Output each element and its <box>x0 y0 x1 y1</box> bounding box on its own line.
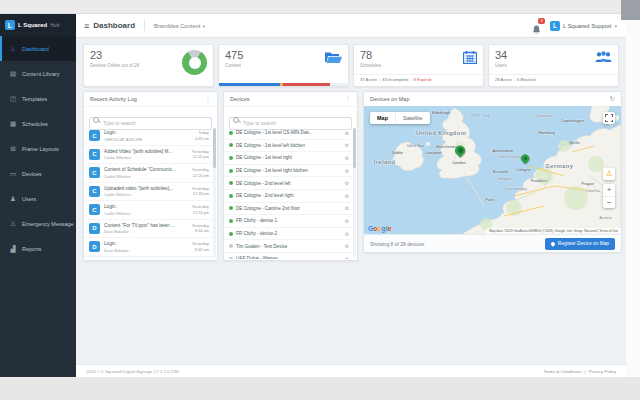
devices-online-donut-chart <box>182 50 207 75</box>
content-library-icon: ▤ <box>9 70 17 78</box>
activity-avatar: C <box>89 130 100 141</box>
sidebar-item-schedules[interactable]: ▦ Schedules <box>0 111 76 136</box>
activity-title: Login. <box>104 130 191 135</box>
activity-user: Dave Bahadur <box>104 229 188 234</box>
topbar: ≡ Dashboard Brambles Content ▾ 3 L L Squ… <box>76 14 626 38</box>
activity-user: Caitlin Wiltshire <box>104 211 188 216</box>
device-row[interactable]: DE Cologne - 1st level right ⚙ <box>224 152 357 165</box>
fullscreen-icon <box>605 114 613 122</box>
stat-card-devices-online: 23 Devices Online out of 28 <box>83 44 214 87</box>
sidebar-item-reports[interactable]: ▟ Reports <box>0 236 76 261</box>
content-count-label: Content <box>225 63 243 68</box>
sidebar-item-emergency-message[interactable]: ⚠ Emergency Message <box>0 211 76 236</box>
frame-layouts-icon: ⊞ <box>9 145 17 153</box>
activity-entry: D Login. Dave Bahadur Yesterday 8:42 am <box>84 238 217 257</box>
device-row[interactable]: DE Cologne - 2nd level right ⚙ <box>224 190 357 203</box>
register-device-button[interactable]: Register Device on Map <box>545 238 615 250</box>
activity-title: Uploaded video "[with subtitles]... <box>104 186 188 191</box>
content-usage-bar <box>219 83 348 86</box>
sidebar-item-dashboard[interactable]: ⌂ Dashboard <box>0 36 76 61</box>
kebab-menu-icon[interactable]: ⋮ <box>205 92 211 106</box>
users-icon <box>595 51 612 63</box>
gear-icon[interactable]: ⚙ <box>345 155 349 161</box>
devices-online-label: Devices Online out of 28 <box>90 63 139 68</box>
terms-link[interactable]: Terms & Conditions <box>543 369 581 374</box>
footer-links-separator: | <box>585 369 586 374</box>
device-row[interactable]: DE Cologne - 2nd level left ⚙ <box>224 177 357 190</box>
activity-entry: C Uploaded video "[with subtitles]... Ca… <box>84 183 217 202</box>
device-row[interactable]: Tim Goalen - Test Device ⚙ <box>224 240 357 253</box>
fullscreen-button[interactable] <box>603 112 615 124</box>
zoom-out-button[interactable]: − <box>603 197 615 209</box>
topbar-divider <box>144 20 145 31</box>
notification-badge: 3 <box>538 18 545 24</box>
stat-card-users: 34 Users 28 Active|6 Blocked <box>488 44 619 87</box>
app-footer: 2019 © L Squared Digital Signage | V 2.1… <box>76 364 626 377</box>
gear-icon[interactable]: ⚙ <box>345 180 349 186</box>
device-row[interactable]: FR Clichy - device 2 ⚙ <box>224 228 357 241</box>
device-status-dot <box>229 194 233 198</box>
stat-footnote-item: 37 Active <box>360 77 377 82</box>
search-icon <box>93 117 99 123</box>
stat-footnote-item: 8 Expired <box>414 77 432 82</box>
device-status-dot <box>229 244 233 248</box>
activity-title: Login. <box>104 241 188 246</box>
privacy-link[interactable]: Privacy Policy <box>589 369 616 374</box>
device-row[interactable]: DE Cologne - 1st level CS-MIN Das... ⚙ <box>224 127 357 140</box>
refresh-icon[interactable]: ↻ <box>610 92 615 106</box>
device-row[interactable]: FR Clichy - device 1 ⚙ <box>224 215 357 228</box>
map-zoom-control: + − <box>603 184 615 208</box>
activity-entry: D Content "For TV.pptx" has been ... Dav… <box>84 220 217 239</box>
gear-icon[interactable]: ⚙ <box>345 142 349 148</box>
device-status-dot <box>229 131 233 135</box>
device-row[interactable]: DE Cologne - Cantine 2nd floor ⚙ <box>224 203 357 216</box>
gear-icon[interactable]: ⚙ <box>345 168 349 174</box>
activity-time: 12:20 pm <box>192 173 209 179</box>
logo-brand: L Squared <box>18 22 47 28</box>
activity-date: Yesterday <box>192 241 209 247</box>
calendar-icon <box>463 51 477 64</box>
notifications-button[interactable]: 3 <box>532 21 541 31</box>
hamburger-icon[interactable]: ≡ <box>84 21 89 31</box>
sidebar-item-label: Frame Layouts <box>22 146 59 152</box>
sidebar-item-content-library[interactable]: ▤ Content Library <box>0 61 76 86</box>
gear-icon[interactable]: ⚙ <box>345 256 349 259</box>
sidebar-item-devices[interactable]: ▭ Devices <box>0 161 76 186</box>
sidebar-item-label: Dashboard <box>22 46 49 52</box>
activity-scrollbar[interactable] <box>213 128 216 257</box>
sidebar-item-frame-layouts[interactable]: ⊞ Frame Layouts <box>0 136 76 161</box>
content-bar-segment <box>330 83 348 86</box>
device-row[interactable]: UAE Dubai - Warren ⚙ <box>224 253 357 259</box>
zoom-in-button[interactable]: + <box>603 184 615 197</box>
context-selector[interactable]: Brambles Content ▾ <box>154 23 205 29</box>
device-status-dot <box>229 206 233 210</box>
stat-card-schedules: 78 Schedules 37 Active|33 Incomplete|8 E… <box>353 44 484 87</box>
device-name: DE Cologne - 2nd level right <box>236 193 342 198</box>
activity-avatar: C <box>89 186 100 197</box>
device-row[interactable]: DE Cologne - 1st level left kitchen ⚙ <box>224 140 357 153</box>
devices-list: DE Cologne - 1st level CS-MIN Das... ⚙ D… <box>224 127 357 259</box>
activity-avatar: C <box>89 167 100 178</box>
devices-scrollbar[interactable] <box>353 128 356 257</box>
gear-icon[interactable]: ⚙ <box>345 205 349 211</box>
map-button[interactable]: Map <box>370 112 395 124</box>
gear-icon[interactable]: ⚙ <box>345 243 349 249</box>
gear-icon[interactable]: ⚙ <box>345 130 349 136</box>
pegman-control[interactable]: ♙ <box>603 168 615 180</box>
logo-icon: L <box>5 20 15 30</box>
sidebar-item-label: Users <box>22 196 36 202</box>
kebab-menu-icon[interactable]: ⋮ <box>345 92 351 106</box>
satellite-button[interactable]: Satellite <box>395 112 430 124</box>
map-canvas[interactable]: Map Satellite ♙ + − Google Map data ©201… <box>364 106 621 234</box>
sidebar-item-users[interactable]: ♟ Users <box>0 186 76 211</box>
gear-icon[interactable]: ⚙ <box>345 218 349 224</box>
gear-icon[interactable]: ⚙ <box>345 193 349 199</box>
logo-suffix: Hub <box>50 22 59 28</box>
gear-icon[interactable]: ⚙ <box>345 231 349 237</box>
user-menu[interactable]: L L Squared Support ▾ <box>550 21 617 31</box>
devices-panel-title: Devices <box>230 92 250 106</box>
device-row[interactable]: DE Cologne - 1st level right kitchen ⚙ <box>224 165 357 178</box>
users-icon: ♟ <box>9 195 17 203</box>
copyright-text: 2019 © L Squared Digital Signage | V 2.1… <box>86 369 178 374</box>
sidebar-item-templates[interactable]: ◫ Templates <box>0 86 76 111</box>
